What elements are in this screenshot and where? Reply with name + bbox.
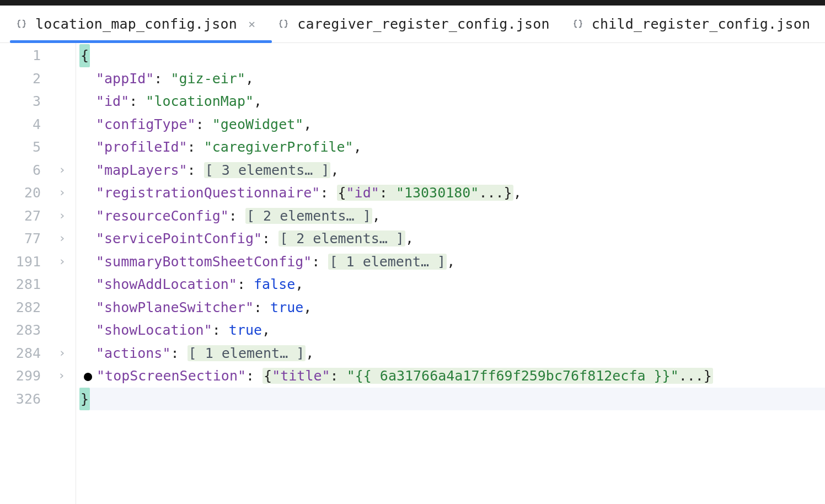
code-line[interactable]: "summaryBottomSheetConfig": [ 1 element…… xyxy=(79,250,825,274)
line-number: 20 xyxy=(0,181,41,205)
fold-marker[interactable]: › xyxy=(49,159,76,182)
folded-region[interactable]: [ 1 element… ] xyxy=(328,254,447,270)
code-line[interactable]: { xyxy=(79,44,825,67)
code-editor[interactable]: 123456202777191281282283284299326 ››››››… xyxy=(0,43,825,504)
chevron-right-icon[interactable]: › xyxy=(58,364,65,387)
close-tab-icon[interactable]: × xyxy=(248,17,255,31)
code-line[interactable]: "resourceConfig": [ 2 elements… ], xyxy=(79,205,825,228)
line-number: 326 xyxy=(0,388,41,411)
fold-marker[interactable]: › xyxy=(49,342,76,365)
chevron-right-icon[interactable]: › xyxy=(58,227,66,250)
window-topbar xyxy=(0,0,825,6)
folded-region[interactable]: [ 2 elements… ] xyxy=(278,230,405,246)
line-number: 284 xyxy=(0,342,41,365)
code-line[interactable]: "showAddLocation": false, xyxy=(79,273,825,296)
fold-marker xyxy=(49,113,76,136)
fold-marker xyxy=(49,90,76,113)
chevron-right-icon[interactable]: › xyxy=(58,341,66,364)
line-number: 3 xyxy=(0,90,41,113)
json-file-icon xyxy=(277,18,290,30)
line-number: 299 xyxy=(0,364,41,388)
fold-marker xyxy=(49,67,76,90)
chevron-right-icon[interactable]: › xyxy=(58,204,66,227)
fold-marker[interactable]: › xyxy=(49,364,76,388)
tab-location-map-config-json[interactable]: location_map_config.json× xyxy=(10,6,272,42)
code-line[interactable]: "showLocation": true, xyxy=(79,319,825,342)
line-number: 282 xyxy=(0,296,41,319)
line-number: 1 xyxy=(0,44,41,67)
tab-label: child_register_config.json xyxy=(592,16,811,32)
line-number: 5 xyxy=(0,136,41,159)
folded-region[interactable]: {"id": "13030180"...} xyxy=(337,185,513,201)
line-number: 77 xyxy=(0,227,41,250)
line-number: 191 xyxy=(0,250,41,274)
code-line[interactable]: "actions": [ 1 element… ], xyxy=(79,342,825,365)
code-line[interactable]: "registrationQuestionnaire": {"id": "130… xyxy=(79,181,825,205)
line-number: 27 xyxy=(0,205,41,228)
fold-marker xyxy=(49,273,76,296)
code-line[interactable]: "mapLayers": [ 3 elements… ], xyxy=(79,159,825,182)
tab-label: caregiver_register_config.json xyxy=(297,16,550,32)
code-area[interactable]: {"appId": "giz-eir","id": "locationMap",… xyxy=(76,43,825,504)
code-line[interactable]: "showPlaneSwitcher": true, xyxy=(79,296,825,319)
line-number: 281 xyxy=(0,273,41,296)
folded-region[interactable]: [ 1 element… ] xyxy=(188,345,306,361)
code-line[interactable]: ●"topScreenSection": {"title": "{{ 6a317… xyxy=(79,364,825,388)
code-line[interactable]: "configType": "geoWidget", xyxy=(79,113,825,136)
code-line[interactable]: "id": "locationMap", xyxy=(79,90,825,113)
fold-marker xyxy=(49,319,76,342)
folded-region[interactable]: [ 2 elements… ] xyxy=(245,208,372,224)
fold-marker xyxy=(49,296,76,319)
fold-gutter: ››››››› xyxy=(49,43,76,504)
fold-marker[interactable]: › xyxy=(49,227,76,250)
chevron-right-icon[interactable]: › xyxy=(58,250,66,273)
line-number-gutter: 123456202777191281282283284299326 xyxy=(0,43,49,504)
tab-caregiver-register-config-json[interactable]: caregiver_register_config.json xyxy=(272,6,566,42)
chevron-right-icon[interactable]: › xyxy=(58,181,66,204)
code-line[interactable]: "profileId": "caregiverProfile", xyxy=(79,136,825,159)
fold-marker xyxy=(49,388,76,411)
tab-label: location_map_config.json xyxy=(35,16,237,32)
code-line[interactable]: "servicePointConfig": [ 2 elements… ], xyxy=(79,227,825,250)
code-line[interactable]: "appId": "giz-eir", xyxy=(79,67,825,90)
tab-bar: location_map_config.json×caregiver_regis… xyxy=(0,6,825,43)
intention-bulb-icon[interactable]: ● xyxy=(84,368,92,384)
tab-child-register-config-json[interactable]: child_register_config.json xyxy=(566,6,825,42)
line-number: 2 xyxy=(0,67,41,90)
chevron-right-icon[interactable]: › xyxy=(58,158,66,181)
fold-marker[interactable]: › xyxy=(49,205,76,228)
fold-marker[interactable]: › xyxy=(49,181,76,205)
line-number: 283 xyxy=(0,319,41,342)
fold-marker xyxy=(49,44,76,67)
folded-region[interactable]: [ 3 elements… ] xyxy=(204,162,331,178)
json-file-icon xyxy=(572,18,584,30)
json-file-icon xyxy=(15,18,28,30)
folded-region[interactable]: {"title": "{{ 6a31766a4a17ff69f259bc76f8… xyxy=(262,368,713,384)
fold-marker xyxy=(49,136,76,159)
code-line[interactable]: } xyxy=(79,388,825,411)
line-number: 4 xyxy=(0,113,41,136)
line-number: 6 xyxy=(0,159,41,182)
fold-marker[interactable]: › xyxy=(49,250,76,274)
